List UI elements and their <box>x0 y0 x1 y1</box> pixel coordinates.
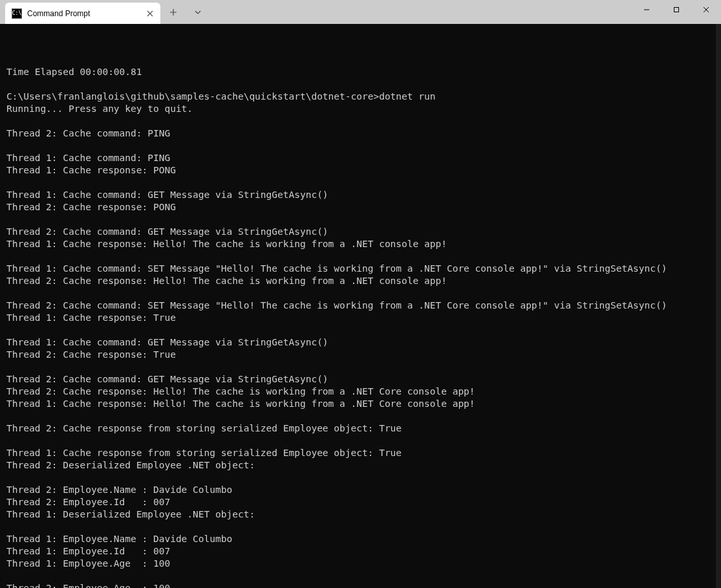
minimize-button[interactable] <box>632 0 662 19</box>
window-controls <box>632 0 721 24</box>
terminal-line <box>6 213 715 226</box>
terminal-line: Thread 1: Employee.Id : 007 <box>6 545 715 558</box>
terminal-line: C:\Users\franlanglois\github\samples-cac… <box>6 91 715 103</box>
terminal-line: Thread 2: Cache command: PING <box>6 127 715 140</box>
terminal-line: Thread 1: Cache response: PONG <box>6 164 715 177</box>
terminal-line <box>6 361 715 373</box>
terminal-line: Thread 2: Cache response: PONG <box>6 201 715 213</box>
terminal-line <box>6 140 715 152</box>
terminal-line <box>6 54 715 66</box>
terminal-line: Thread 2: Cache response: Hello! The cac… <box>6 275 715 287</box>
terminal-line <box>6 78 715 91</box>
close-window-button[interactable] <box>691 0 721 19</box>
scrollbar[interactable] <box>716 24 721 588</box>
terminal-line <box>6 410 715 422</box>
terminal-line: Thread 1: Cache response: Hello! The cac… <box>6 398 715 410</box>
titlebar: C:\ Command Prompt <box>0 0 721 24</box>
terminal-line <box>6 287 715 299</box>
tab-controls <box>167 0 204 24</box>
tab-title: Command Prompt <box>27 9 90 18</box>
terminal-line <box>6 324 715 336</box>
terminal-line <box>6 570 715 582</box>
terminal-line: Thread 1: Employee.Age : 100 <box>6 558 715 570</box>
terminal-line <box>6 177 715 189</box>
terminal-line <box>6 115 715 127</box>
terminal-line: Thread 1: Cache response: True <box>6 312 715 324</box>
terminal-line: Thread 2: Employee.Id : 007 <box>6 496 715 508</box>
terminal-line: Thread 1: Cache command: SET Message "He… <box>6 263 715 275</box>
terminal-line: Thread 2: Cache command: SET Message "He… <box>6 299 715 312</box>
terminal-line: Thread 2: Employee.Age : 100 <box>6 582 715 588</box>
tab-dropdown-button[interactable] <box>191 6 204 19</box>
tab-close-button[interactable] <box>145 8 155 19</box>
terminal-line: Thread 1: Deserialized Employee .NET obj… <box>6 508 715 521</box>
terminal-line: Running... Press any key to quit. <box>6 103 715 115</box>
terminal-line: Thread 1: Cache response from storing se… <box>6 447 715 459</box>
terminal-line <box>6 472 715 484</box>
terminal-line <box>6 521 715 533</box>
terminal-line: Thread 2: Cache command: GET Message via… <box>6 226 715 238</box>
terminal-line: Thread 2: Cache response: True <box>6 349 715 361</box>
terminal-line: Thread 2: Deserialized Employee .NET obj… <box>6 459 715 472</box>
terminal-line: Thread 2: Cache response from storing se… <box>6 422 715 435</box>
maximize-button[interactable] <box>662 0 691 19</box>
svg-rect-0 <box>674 8 679 12</box>
terminal-line: Thread 2: Cache response: Hello! The cac… <box>6 386 715 398</box>
new-tab-button[interactable] <box>167 6 180 19</box>
terminal-line: Thread 1: Cache command: PING <box>6 152 715 164</box>
terminal-line <box>6 250 715 263</box>
tab-command-prompt[interactable]: C:\ Command Prompt <box>5 3 160 24</box>
terminal-line: Time Elapsed 00:00:00.81 <box>6 66 715 78</box>
terminal-line: Thread 1: Cache command: GET Message via… <box>6 189 715 201</box>
terminal-line: Thread 2: Employee.Name : Davide Columbo <box>6 484 715 496</box>
terminal-line <box>6 435 715 447</box>
terminal-line: Thread 1: Employee.Name : Davide Columbo <box>6 533 715 545</box>
terminal-line: Thread 1: Cache command: GET Message via… <box>6 336 715 349</box>
terminal-line: Thread 2: Cache command: GET Message via… <box>6 373 715 386</box>
cmd-icon: C:\ <box>12 8 22 19</box>
terminal-output[interactable]: Time Elapsed 00:00:00.81 C:\Users\franla… <box>0 24 721 588</box>
terminal-line: Thread 1: Cache response: Hello! The cac… <box>6 238 715 250</box>
